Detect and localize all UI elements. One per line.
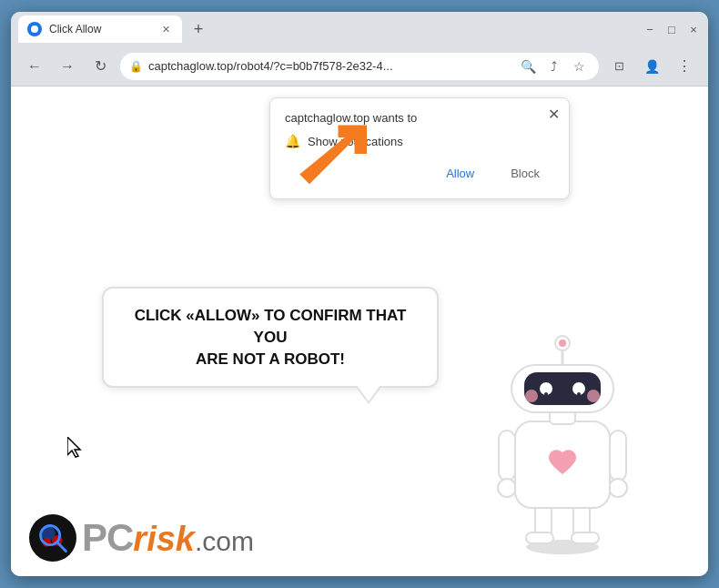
refresh-button[interactable]: ↻	[87, 54, 113, 79]
block-button[interactable]: Block	[496, 161, 554, 186]
maximize-button[interactable]: □	[664, 22, 679, 36]
address-bar: ← → ↻ 🔒 captchaglow.top/robot4/?c=b0b7f5…	[11, 46, 708, 86]
minimize-button[interactable]: −	[643, 22, 657, 36]
tab-title: Click Allow	[49, 23, 151, 35]
close-button[interactable]: ×	[686, 22, 701, 36]
svg-point-10	[609, 479, 627, 497]
browser-tab[interactable]: Click Allow ✕	[18, 15, 182, 43]
browser-window: Click Allow ✕ + − □ × ← → ↻ �	[11, 12, 708, 576]
allow-button[interactable]: Allow	[431, 161, 489, 186]
pcrisk-icon	[29, 514, 76, 562]
svg-point-19	[525, 390, 538, 402]
page-content: ✕ captchaglow.top wants to 🔔 Show notifi…	[11, 86, 708, 576]
com-text: .com	[195, 528, 254, 555]
svg-point-20	[587, 390, 600, 402]
svg-marker-1	[299, 126, 367, 185]
tab-area: Click Allow ✕ +	[18, 12, 643, 46]
pcrisk-logo: PC risk .com	[29, 514, 254, 562]
new-tab-button[interactable]: +	[186, 16, 211, 42]
pc-text: PC	[82, 519, 133, 557]
svg-point-21	[544, 392, 548, 396]
lock-icon: 🔒	[129, 60, 143, 73]
pcrisk-text: PC risk .com	[82, 519, 254, 557]
svg-rect-6	[572, 532, 599, 543]
window-controls: − □ ×	[643, 22, 701, 36]
mouse-cursor	[67, 437, 86, 462]
speech-bubble: CLICK «ALLOW» TO CONFIRM THAT YOU ARE NO…	[102, 287, 439, 388]
url-actions: 🔍 ⤴ ☆	[517, 56, 590, 77]
svg-rect-7	[499, 431, 515, 481]
robot-character	[471, 321, 653, 558]
svg-point-22	[577, 392, 581, 396]
tab-close-button[interactable]: ✕	[158, 22, 173, 36]
bookmark-icon[interactable]: ☆	[568, 56, 590, 77]
bubble-text: CLICK «ALLOW» TO CONFIRM THAT YOU ARE NO…	[124, 305, 417, 370]
svg-point-9	[498, 479, 516, 497]
url-text: captchaglow.top/robot4/?c=b0b7f578-2e32-…	[148, 59, 511, 73]
forward-button[interactable]: →	[55, 54, 80, 79]
svg-rect-8	[610, 431, 626, 481]
share-icon[interactable]: ⤴	[542, 56, 564, 77]
url-bar[interactable]: 🔒 captchaglow.top/robot4/?c=b0b7f578-2e3…	[120, 53, 599, 80]
menu-button[interactable]: ⋮	[672, 54, 697, 79]
profile-button[interactable]: 👤	[639, 54, 664, 79]
popup-close-button[interactable]: ✕	[548, 106, 560, 123]
orange-arrow	[293, 121, 375, 207]
risk-text: risk	[133, 522, 195, 556]
svg-marker-32	[67, 437, 80, 457]
search-icon[interactable]: 🔍	[517, 56, 539, 77]
extensions-button[interactable]: ⊡	[606, 54, 632, 79]
back-button[interactable]: ←	[22, 54, 47, 79]
svg-point-25	[559, 340, 566, 347]
tab-favicon	[27, 22, 42, 36]
svg-rect-5	[526, 532, 553, 543]
title-bar: Click Allow ✕ + − □ ×	[11, 12, 708, 46]
